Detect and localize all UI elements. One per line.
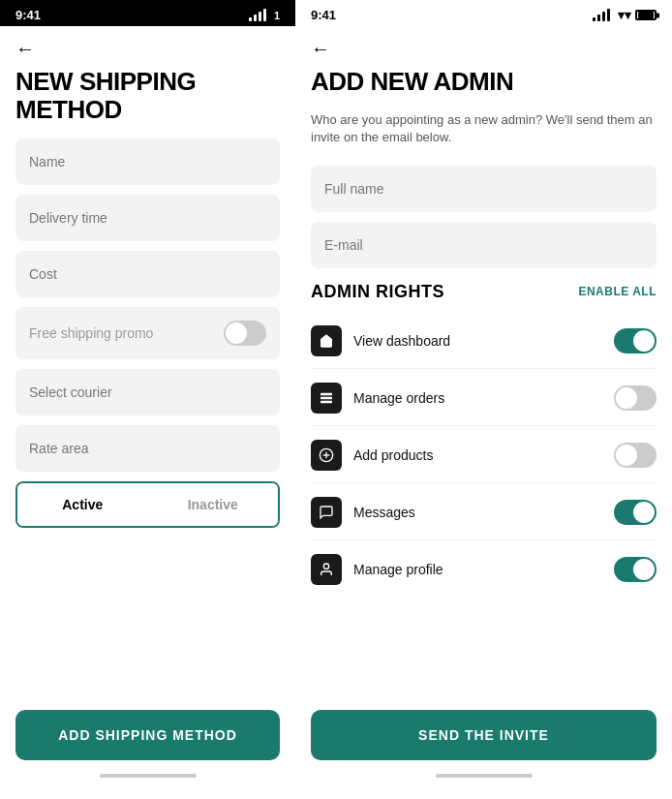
wifi-icon: ▾▾ [618,8,631,22]
left-back-button[interactable]: ← [15,38,280,60]
left-time: 9:41 [15,8,41,22]
left-phone: 9:41 1 ← NEW SHIPPING METHOD Free shippi… [0,0,295,799]
left-content: ← NEW SHIPPING METHOD Free shipping prom… [0,26,295,799]
add-shipping-button[interactable]: ADD SHIPPING METHOD [15,710,280,760]
left-page-title: NEW SHIPPING METHOD [15,68,280,123]
rights-row-profile: Manage profile [311,542,657,597]
free-shipping-toggle[interactable] [224,321,266,346]
profile-icon [311,554,342,585]
profile-toggle[interactable] [614,557,657,582]
right-home-bar [311,768,657,787]
dashboard-label: View dashboard [353,333,614,349]
right-page-title: ADD NEW ADMIN [311,68,657,96]
rights-list: View dashboard Manage orders Add product… [311,314,657,597]
rights-row-products: Add products [311,428,657,483]
messages-label: Messages [353,505,614,520]
right-time: 9:41 [311,8,336,22]
orders-toggle[interactable] [614,385,657,411]
network-label: 1 [274,10,280,21]
enable-all-button[interactable]: ENABLE ALL [578,285,657,298]
delivery-input[interactable] [15,195,280,241]
admin-rights-header: ADMIN RIGHTS ENABLE ALL [311,282,657,302]
inactive-segment-btn[interactable]: Inactive [148,483,279,526]
products-label: Add products [353,447,614,463]
dashboard-toggle[interactable] [614,328,657,353]
left-home-bar [15,768,280,787]
left-status-icons: 1 [249,9,280,21]
free-shipping-label: Free shipping promo [29,325,153,341]
left-home-indicator [100,774,197,778]
left-status-bar: 9:41 1 [0,0,295,26]
right-phone: 9:41 ▾▾ ← ADD NEW ADMIN Who are you appo… [295,0,672,799]
free-shipping-row: Free shipping promo [15,307,280,359]
send-invite-button[interactable]: SEND THE INVITE [311,710,657,760]
messages-toggle[interactable] [614,500,657,525]
admin-rights-title: ADMIN RIGHTS [311,282,444,302]
messages-icon [311,497,342,528]
right-status-icons: ▾▾ [593,8,657,22]
right-home-indicator [436,774,533,778]
name-input[interactable] [15,138,280,185]
rights-row-orders: Manage orders [311,371,657,426]
right-status-bar: 9:41 ▾▾ [295,0,672,26]
signal-icon [249,9,266,21]
fullname-input[interactable] [311,166,657,212]
cost-input[interactable] [15,251,280,297]
rights-row-dashboard: View dashboard [311,314,657,369]
svg-rect-0 [321,393,332,396]
rate-area-input[interactable] [15,425,280,472]
orders-label: Manage orders [353,390,614,406]
right-content: ← ADD NEW ADMIN Who are you appointing a… [295,26,672,799]
profile-label: Manage profile [353,562,614,577]
right-signal-icon [593,9,610,21]
dashboard-icon [311,325,342,356]
orders-icon [311,383,342,414]
status-segment: Active Inactive [15,481,280,528]
rights-row-messages: Messages [311,485,657,540]
svg-rect-2 [321,401,332,404]
email-input[interactable] [311,222,657,268]
courier-input[interactable] [15,369,280,415]
svg-rect-1 [321,397,332,400]
right-subtitle: Who are you appointing as a new admin? W… [311,111,657,146]
active-segment-btn[interactable]: Active [17,483,148,526]
products-toggle[interactable] [614,443,657,468]
products-icon [311,440,342,471]
battery-icon [635,10,657,20]
svg-point-6 [323,564,328,569]
right-back-button[interactable]: ← [311,38,657,60]
